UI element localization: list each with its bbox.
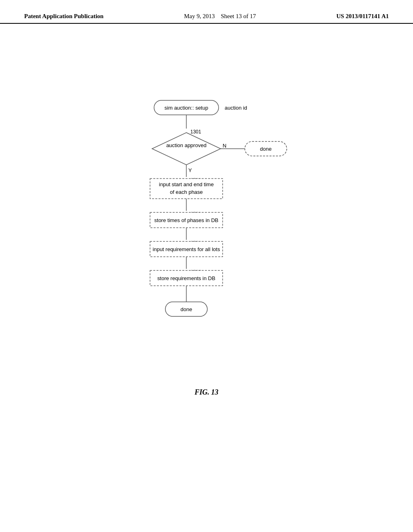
publication-title: Patent Application Publication (24, 13, 104, 20)
flowchart-svg: sim auction:: setup auction id 1301 auct… (102, 96, 311, 370)
main-content: sim auction:: setup auction id 1301 auct… (0, 24, 413, 397)
svg-text:store times of phases in DB: store times of phases in DB (154, 217, 219, 223)
figure-caption: FIG. 13 (102, 388, 311, 397)
svg-text:done: done (260, 146, 272, 152)
svg-text:N: N (223, 143, 226, 149)
svg-text:auction approved: auction approved (166, 142, 206, 148)
sheet-info: Sheet 13 of 17 (221, 13, 256, 19)
header-center: May 9, 2013 Sheet 13 of 17 (184, 13, 256, 20)
flowchart-container: sim auction:: setup auction id 1301 auct… (102, 88, 311, 397)
patent-number: US 2013/0117141 A1 (336, 13, 389, 20)
svg-text:store requirements in DB: store requirements in DB (157, 275, 215, 281)
svg-text:input requirements for all lot: input requirements for all lots (153, 246, 220, 252)
svg-marker-5 (152, 133, 221, 165)
publication-date: May 9, 2013 (184, 13, 215, 19)
svg-text:1301: 1301 (190, 129, 201, 135)
svg-text:of each phase: of each phase (170, 189, 203, 195)
svg-text:sim auction:: setup: sim auction:: setup (165, 105, 208, 111)
svg-text:input start and end time: input start and end time (159, 181, 214, 187)
svg-text:Y: Y (188, 167, 192, 173)
page-header: Patent Application Publication May 9, 20… (0, 0, 413, 24)
svg-text:done: done (181, 306, 192, 312)
svg-text:auction id: auction id (225, 105, 247, 111)
